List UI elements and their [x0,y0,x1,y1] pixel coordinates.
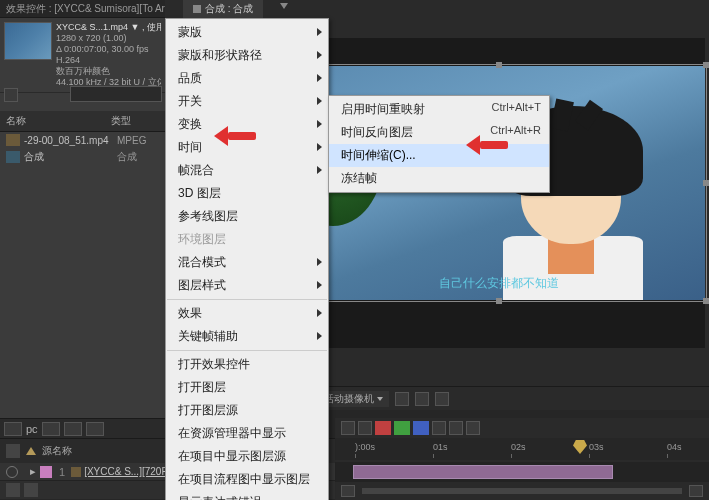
col-name-header[interactable]: 名称 [6,114,111,128]
playhead[interactable] [573,440,587,454]
green-channel-icon[interactable] [394,421,410,435]
clip-name: XYCC& S...1.mp4 ▼ , 使用了 [56,22,161,33]
share-icon[interactable] [415,392,429,406]
toggle-modes-icon[interactable] [24,483,38,497]
effects-panel-header: 效果控件 : [XYCC& Sumisora][To Ar [0,0,165,18]
menu-item[interactable]: 蒙版和形状路径 [166,44,328,67]
clip-duration: Δ 0:00:07:00, 30.00 fps [56,44,161,55]
shortcut-label: Ctrl+Alt+T [477,101,541,118]
track-area[interactable] [335,462,709,482]
ruler-tick: 04s [667,442,682,452]
menu-item[interactable]: 在项目中显示图层源 [166,445,328,468]
clip-resolution: 1280 x 720 (1.00) [56,33,161,44]
viewer-canvas[interactable]: 自己什么安排都不知道 [293,38,705,348]
viewer-tab-label: 合成 : 合成 [205,2,253,16]
menu-item[interactable]: 打开图层 [166,376,328,399]
menu-item: 环境图层 [166,228,328,251]
menu-item[interactable]: 关键帧辅助 [166,325,328,348]
submenu-item[interactable]: 冻结帧 [329,167,549,190]
menu-item[interactable]: 开关 [166,90,328,113]
preview-channel-bar [335,418,709,438]
visibility-toggle[interactable] [6,466,18,478]
color-mgmt-icon[interactable] [449,421,463,435]
viewer-tab[interactable]: 合成 : 合成 [183,0,263,18]
menu-item[interactable]: 3D 图层 [166,182,328,205]
layer-context-menu: 蒙版蒙版和形状路径品质开关变换时间帧混合3D 图层参考线图层环境图层混合模式图层… [165,18,329,500]
footage-icon [71,467,81,477]
new-folder-button[interactable] [42,422,60,436]
bpc-label: pc [26,423,38,435]
project-item-type: MPEG [117,135,159,146]
project-columns-header: 名称 类型 [0,111,165,132]
resize-handle[interactable] [703,180,709,186]
red-channel-icon[interactable] [375,421,391,435]
submenu-item[interactable]: 时间反向图层Ctrl+Alt+R [329,121,549,144]
zoom-slider[interactable] [362,488,682,494]
menu-item[interactable]: 混合模式 [166,251,328,274]
timecode-icon[interactable] [435,392,449,406]
submenu-label: 启用时间重映射 [341,101,425,118]
submenu-label: 时间伸缩(C)... [341,147,416,164]
clip-thumbnail [4,22,52,60]
show-snapshot-icon[interactable] [358,421,372,435]
search-icon[interactable] [4,88,18,102]
resize-handle[interactable] [703,62,709,68]
ruler-tick: 01s [433,442,448,452]
menu-item[interactable]: 品质 [166,67,328,90]
zoom-in-icon[interactable] [689,485,703,497]
search-input[interactable] [70,86,162,102]
menu-item[interactable]: 效果 [166,302,328,325]
clip-codec: H.264 [56,55,161,66]
menu-item[interactable]: 蒙版 [166,21,328,44]
viewer-menu-icon[interactable] [280,3,288,9]
blue-channel-icon[interactable] [413,421,429,435]
time-submenu: 启用时间重映射Ctrl+Alt+T时间反向图层Ctrl+Alt+R时间伸缩(C)… [328,95,550,193]
submenu-label: 冻结帧 [341,170,377,187]
resize-handle[interactable] [496,298,502,304]
menu-item[interactable]: 在资源管理器中显示 [166,422,328,445]
resize-handle[interactable] [703,298,709,304]
interpret-button[interactable] [4,422,22,436]
expand-icon[interactable] [26,447,36,455]
project-row[interactable]: -29-00_08_51.mp4 MPEG [0,132,165,148]
layer-number: 1 [59,466,65,478]
menu-item[interactable]: 显示表达式错误 [166,491,328,500]
resize-handle[interactable] [496,62,502,68]
menu-item[interactable]: 打开图层源 [166,399,328,422]
footage-icon [6,134,20,146]
alpha-channel-icon[interactable] [432,421,446,435]
timecode-icon[interactable] [6,444,20,458]
submenu-item[interactable]: 时间伸缩(C)... [329,144,549,167]
project-row[interactable]: 合成 合成 [0,148,165,166]
submenu-item[interactable]: 启用时间重映射Ctrl+Alt+T [329,98,549,121]
menu-item[interactable]: 打开效果控件 [166,353,328,376]
view-layout-icon[interactable] [395,392,409,406]
timeline-zoom-bar [335,482,709,500]
menu-item[interactable]: 在项目流程图中显示图层 [166,468,328,491]
layer-bar[interactable] [353,465,613,479]
chevron-down-icon [377,397,383,401]
menu-item[interactable]: 帧混合 [166,159,328,182]
expand-arrow[interactable]: ▸ [30,465,36,478]
project-item-name: -29-00_08_51.mp4 [24,135,117,146]
ruler-tick: ):00s [355,442,375,452]
camera-label: 活动摄像机 [324,392,374,406]
menu-item[interactable]: 图层样式 [166,274,328,297]
time-ruler[interactable]: ):00s01s02s03s04s [335,438,709,460]
zoom-out-icon[interactable] [341,485,355,497]
delete-button[interactable] [86,422,104,436]
col-type-header[interactable]: 类型 [111,114,159,128]
lock-icon [193,5,201,13]
toggle-switches-icon[interactable] [6,483,20,497]
source-name-header[interactable]: 源名称 [42,444,72,458]
layer-color-swatch[interactable] [40,466,52,478]
menu-item[interactable]: 参考线图层 [166,205,328,228]
composition-icon [6,151,20,163]
project-item-type: 合成 [117,150,159,164]
reset-exposure-icon[interactable] [466,421,480,435]
snapshot-icon[interactable] [341,421,355,435]
new-comp-button[interactable] [64,422,82,436]
project-item-name: 合成 [24,150,117,164]
annotation-arrow [466,135,508,155]
ruler-tick: 02s [511,442,526,452]
